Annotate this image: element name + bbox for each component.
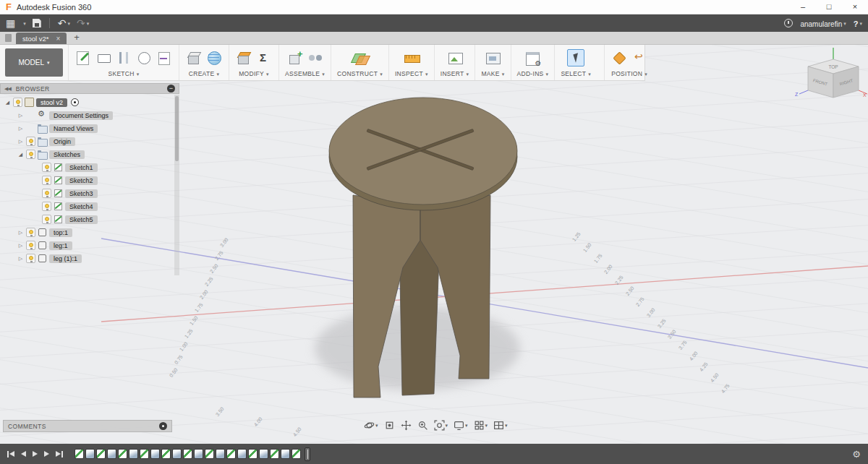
browser-minimize-icon[interactable]: −	[167, 85, 175, 93]
stool-model[interactable]	[329, 98, 517, 398]
browser-header[interactable]: ◀◀ BROWSER −	[0, 83, 179, 94]
timeline-feature-icon[interactable]	[183, 449, 192, 459]
comments-expand-icon[interactable]	[159, 422, 167, 430]
visibility-bulb-icon[interactable]	[26, 150, 35, 159]
browser-item-label[interactable]: Sketch5	[65, 215, 98, 224]
measure-icon[interactable]	[403, 49, 420, 66]
visibility-bulb-icon[interactable]	[42, 189, 51, 198]
browser-row[interactable]: Sketch2	[0, 174, 179, 186]
maximize-button[interactable]: □	[816, 0, 842, 14]
browser-item-label[interactable]: Sketch4	[65, 202, 98, 211]
app-grid-icon[interactable]: ▦	[6, 18, 15, 28]
browser-row[interactable]: Sketch3	[0, 187, 179, 199]
timeline-feature-icon[interactable]	[194, 449, 203, 459]
timeline-feature-icon[interactable]	[292, 449, 301, 459]
expander-icon[interactable]	[17, 152, 24, 158]
browser-row[interactable]: Origin	[0, 135, 179, 147]
timeline-settings-gear-icon[interactable]: ⚙	[852, 449, 861, 460]
timeline-feature-icon[interactable]	[281, 449, 290, 459]
browser-item-label[interactable]: top:1	[49, 228, 72, 237]
visibility-bulb-icon[interactable]	[26, 241, 35, 250]
tab-close-icon[interactable]: ×	[56, 35, 60, 43]
browser-item-label[interactable]: Sketch1	[65, 163, 98, 172]
workspace-selector[interactable]: MODEL	[5, 48, 63, 77]
browser-row[interactable]: Sketches	[0, 148, 179, 160]
go-to-start-button[interactable]	[7, 451, 14, 457]
modify-menu[interactable]: MODIFY	[239, 70, 269, 77]
addins-menu[interactable]: ADD-INS	[517, 70, 549, 77]
browser-item-label[interactable]: Sketch3	[65, 189, 98, 198]
browser-row[interactable]: Sketch1	[0, 161, 179, 173]
display-settings-button[interactable]: ▾	[454, 420, 468, 431]
browser-row[interactable]: Document Settings	[0, 109, 179, 121]
go-to-end-button[interactable]	[56, 451, 63, 457]
revert-position-icon[interactable]	[631, 49, 648, 66]
viewports-button[interactable]: ▾	[493, 420, 508, 431]
browser-row[interactable]: leg:1	[0, 239, 179, 252]
timeline-feature-icon[interactable]	[172, 449, 182, 459]
file-menu-button[interactable]	[22, 17, 26, 30]
fit-button[interactable]: ▾	[434, 420, 448, 431]
scripts-addins-icon[interactable]	[524, 49, 541, 66]
mirror-tool-icon[interactable]	[115, 49, 132, 66]
play-button[interactable]	[33, 451, 38, 457]
project-tool-icon[interactable]	[156, 49, 173, 66]
browser-item-label[interactable]: leg (1):1	[49, 254, 82, 263]
capture-position-icon[interactable]	[610, 49, 628, 66]
timeline-feature-icon[interactable]	[129, 449, 138, 459]
inspect-menu[interactable]: INSPECT	[395, 70, 428, 77]
timeline-feature-icon[interactable]	[270, 449, 279, 459]
timeline-feature-icon[interactable]	[75, 449, 84, 459]
insert-menu[interactable]: INSERT	[441, 70, 469, 77]
new-component-icon[interactable]	[286, 49, 304, 66]
timeline-feature-icon[interactable]	[96, 449, 106, 459]
rectangle-tool-icon[interactable]	[95, 49, 112, 66]
pan-button[interactable]	[401, 420, 412, 431]
browser-collapse-icon[interactable]: ◀◀	[4, 86, 11, 92]
close-button[interactable]: ×	[842, 0, 868, 14]
browser-row[interactable]: top:1	[0, 226, 179, 239]
timeline-feature-icon[interactable]	[216, 449, 225, 459]
expander-icon[interactable]	[17, 243, 24, 249]
browser-item-label[interactable]: stool v2	[36, 98, 67, 107]
help-menu[interactable]: ?	[854, 17, 862, 30]
press-pull-icon[interactable]	[235, 49, 252, 66]
grid-settings-button[interactable]: ▾	[474, 420, 488, 431]
attached-canvas-icon[interactable]	[446, 49, 464, 66]
timeline-feature-icon[interactable]	[237, 449, 247, 459]
visibility-bulb-icon[interactable]	[42, 215, 51, 224]
visibility-bulb-icon[interactable]	[26, 254, 35, 263]
redo-button[interactable]: ↷	[77, 17, 89, 30]
document-tab[interactable]: stool v2* ×	[16, 33, 67, 44]
visibility-bulb-icon[interactable]	[26, 137, 35, 146]
user-menu[interactable]: anamularefin	[800, 17, 846, 30]
expander-icon[interactable]	[17, 139, 24, 145]
browser-item-label[interactable]: Named Views	[49, 124, 98, 133]
sketch-menu[interactable]: SKETCH	[108, 70, 139, 77]
undo-button[interactable]: ↶	[58, 17, 70, 30]
timeline-feature-icon[interactable]	[259, 449, 268, 459]
minimize-button[interactable]: –	[790, 0, 816, 14]
expander-icon[interactable]	[4, 100, 11, 106]
select-tool-icon[interactable]	[567, 49, 584, 66]
select-menu[interactable]: SELECT	[561, 70, 591, 77]
browser-row[interactable]: Sketch4	[0, 200, 179, 212]
assemble-menu[interactable]: ASSEMBLE	[285, 70, 325, 77]
joint-icon[interactable]	[307, 49, 324, 66]
activate-component-radio[interactable]	[71, 98, 79, 106]
browser-item-label[interactable]: Sketch2	[65, 176, 98, 185]
browser-item-label[interactable]: Document Settings	[49, 111, 113, 120]
visibility-bulb-icon[interactable]	[26, 228, 35, 237]
browser-row[interactable]: stool v2	[0, 96, 179, 108]
orbit-button[interactable]: ▾	[364, 420, 378, 431]
box-tool-icon[interactable]	[185, 49, 203, 66]
timeline-feature-icon[interactable]	[248, 449, 258, 459]
timeline-feature-icon[interactable]	[118, 449, 127, 459]
step-forward-button[interactable]	[44, 451, 49, 457]
form-tool-icon[interactable]	[205, 49, 223, 66]
expander-icon[interactable]	[17, 113, 24, 119]
create-menu[interactable]: CREATE	[189, 70, 219, 77]
look-at-button[interactable]	[384, 420, 395, 431]
timeline-feature-icon[interactable]	[85, 449, 95, 459]
timeline-feature-icon[interactable]	[140, 449, 149, 459]
